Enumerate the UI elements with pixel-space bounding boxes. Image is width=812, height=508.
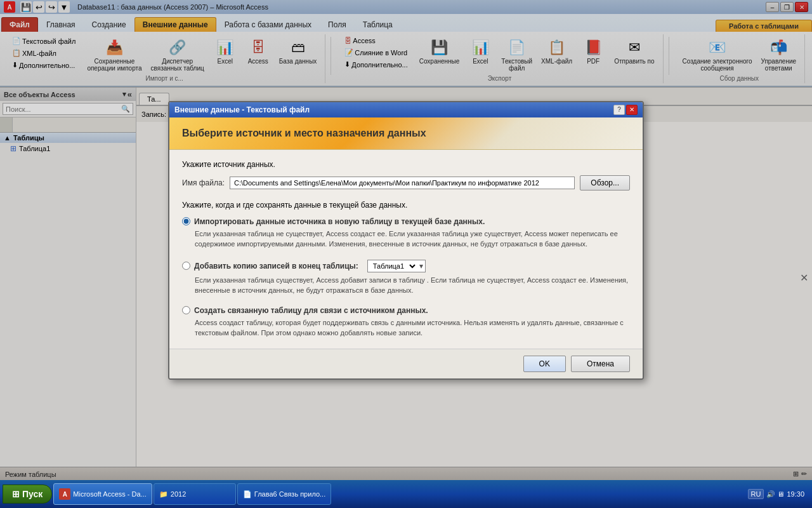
dialog-close-btn[interactable]: ✕ — [626, 105, 638, 115]
start-button[interactable]: ⊞ Пуск — [3, 485, 52, 504]
dest-label: Укажите, когда и где сохранять данные в … — [182, 201, 630, 210]
taskbar-chapter6-icon: 📄 — [243, 490, 252, 498]
taskbar-chapter6[interactable]: 📄 Глава6 Связь прило... — [237, 483, 331, 505]
start-label: Пуск — [22, 489, 43, 499]
dialog-footer: OK Отмена — [169, 349, 643, 378]
dialog-header-title: Выберите источник и место назначения дан… — [182, 128, 630, 139]
dialog-title: Внешние данные - Текстовый файл — [174, 105, 310, 114]
dialog-titlebar: Внешние данные - Текстовый файл ? ✕ — [169, 102, 643, 117]
start-icon: ⊞ — [12, 489, 20, 499]
radio-link-desc: Access создаст таблицу, которая будет по… — [195, 318, 630, 338]
lang-indicator: RU — [748, 489, 764, 499]
taskbar: ⊞ Пуск A Microsoft Access - Da... 📁 2012… — [0, 480, 812, 508]
taskbar-access-label: Microsoft Access - Da... — [73, 490, 147, 498]
taskbar-2012-icon: 📁 — [159, 490, 168, 498]
radio-import[interactable] — [182, 217, 190, 225]
taskbar-access-icon: A — [59, 488, 70, 500]
radio-append-label: Добавить копию записей в конец таблицы: — [194, 262, 358, 271]
taskbar-tray: RU 🔊 🖥 19:30 — [743, 489, 809, 499]
radio-import-desc: Если указанная таблица не существует, Ac… — [195, 229, 630, 250]
dialog-header: Выберите источник и место назначения дан… — [169, 117, 643, 150]
radio-import-row: Импортировать данные источника в новую т… — [182, 217, 630, 226]
system-time: 19:30 — [787, 490, 804, 498]
taskbar-chapter6-label: Глава6 Связь прило... — [254, 490, 325, 498]
dialog-help-btn[interactable]: ? — [613, 105, 625, 115]
file-path-input[interactable] — [230, 177, 575, 189]
radio-append-desc: Если указанная таблица существует, Acces… — [195, 275, 630, 296]
browse-button[interactable]: Обзор... — [580, 175, 630, 190]
radio-option-import: Импортировать данные источника в новую т… — [182, 217, 630, 250]
dropdown-arrow: ▾ — [417, 260, 425, 272]
file-row: Имя файла: Обзор... — [182, 175, 630, 190]
radio-option-link: Создать связанную таблицу для связи с ис… — [182, 306, 630, 338]
dialog-title-controls: ? ✕ — [613, 105, 638, 115]
radio-import-label: Импортировать данные источника в новую т… — [194, 217, 485, 226]
tray-icons: 🔊 🖥 — [766, 490, 784, 498]
taskbar-2012[interactable]: 📁 2012 — [154, 483, 236, 505]
radio-option-append: Добавить копию записей в конец таблицы: … — [182, 260, 630, 296]
import-dialog: Внешние данные - Текстовый файл ? ✕ Выбе… — [168, 101, 644, 380]
radio-link-row: Создать связанную таблицу для связи с ис… — [182, 306, 630, 315]
radio-link[interactable] — [182, 306, 190, 314]
radio-link-label: Создать связанную таблицу для связи с ис… — [194, 306, 428, 315]
table-dropdown[interactable]: Таблица1 ▾ — [367, 260, 426, 272]
radio-group: Импортировать данные источника в новую т… — [182, 217, 630, 338]
modal-overlay: Внешние данные - Текстовый файл ? ✕ Выбе… — [0, 0, 812, 480]
table-select[interactable]: Таблица1 — [368, 260, 417, 272]
taskbar-access[interactable]: A Microsoft Access - Da... — [53, 483, 152, 505]
cancel-button[interactable]: Отмена — [571, 356, 630, 372]
radio-append[interactable] — [182, 262, 190, 270]
radio-append-row: Добавить копию записей в конец таблицы: … — [182, 260, 630, 272]
taskbar-2012-label: 2012 — [171, 490, 186, 498]
ok-button[interactable]: OK — [523, 356, 566, 372]
file-label: Имя файла: — [182, 178, 225, 187]
dialog-body: Укажите источник данных. Имя файла: Обзо… — [169, 150, 643, 349]
source-label: Укажите источник данных. — [182, 160, 630, 169]
